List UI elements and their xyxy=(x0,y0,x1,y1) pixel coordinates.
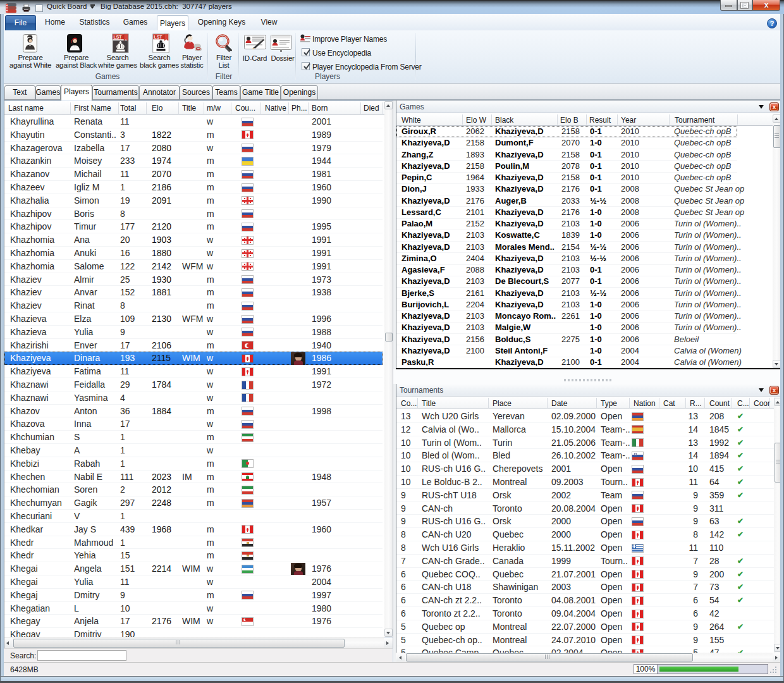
svg-text:LST: LST xyxy=(114,35,123,39)
svg-text:LST: LST xyxy=(154,35,163,39)
